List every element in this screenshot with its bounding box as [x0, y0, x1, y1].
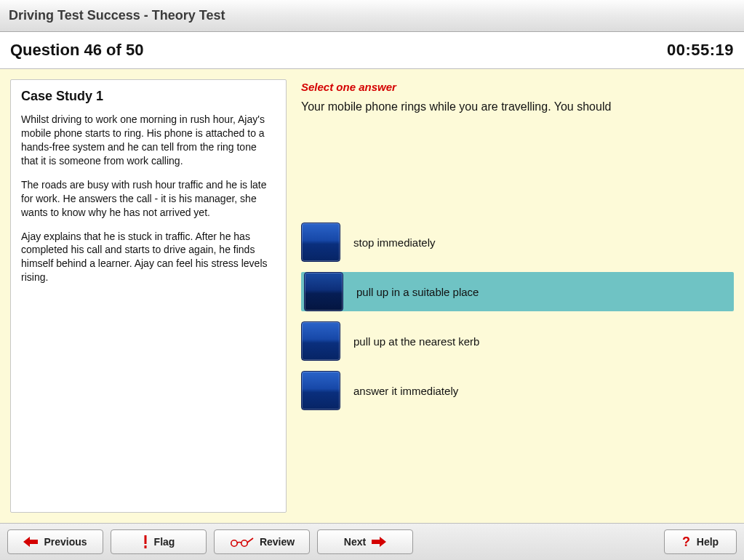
answer-checkbox[interactable] — [301, 371, 340, 410]
svg-point-4 — [241, 540, 247, 546]
flag-button[interactable]: Flag — [111, 529, 207, 554]
svg-rect-2 — [144, 545, 146, 548]
answer-option-3[interactable]: answer it immediately — [301, 371, 734, 410]
svg-marker-5 — [372, 537, 386, 547]
title-bar: Driving Test Success - Theory Test — [0, 0, 744, 32]
answer-option-1[interactable]: pull up in a suitable place — [301, 272, 734, 311]
answer-option-2[interactable]: pull up at the nearest kerb — [301, 321, 734, 361]
review-button[interactable]: Review — [214, 529, 310, 554]
case-study-heading: Case Study 1 — [21, 89, 276, 104]
answer-instruction: Select one answer — [301, 81, 734, 93]
answer-checkbox[interactable] — [304, 272, 343, 311]
arrow-left-icon — [23, 537, 38, 547]
svg-marker-0 — [23, 537, 38, 547]
button-label: Next — [344, 536, 366, 548]
button-label: Flag — [154, 536, 175, 548]
case-paragraph: The roads are busy with rush hour traffi… — [21, 178, 276, 220]
answer-text: answer it immediately — [353, 385, 458, 397]
button-label: Previous — [44, 536, 87, 548]
next-button[interactable]: Next — [317, 529, 413, 554]
app-title: Driving Test Success - Theory Test — [9, 8, 225, 23]
answer-checkbox[interactable] — [301, 223, 340, 262]
time-remaining: 00:55:19 — [667, 41, 734, 60]
answer-checkbox[interactable] — [301, 321, 340, 361]
question-header: Question 46 of 50 00:55:19 — [0, 32, 744, 70]
glasses-icon — [229, 537, 254, 547]
previous-button[interactable]: Previous — [7, 529, 103, 554]
case-paragraph: Whilst driving to work one morning in ru… — [21, 113, 276, 168]
case-study-panel: Case Study 1 Whilst driving to work one … — [10, 79, 287, 513]
question-mark-icon: ? — [682, 535, 691, 548]
question-number: Question 46 of 50 — [10, 41, 143, 60]
answer-text: pull up in a suitable place — [356, 286, 479, 298]
answers-list: stop immediately pull up in a suitable p… — [301, 223, 734, 410]
answer-text: pull up at the nearest kerb — [353, 335, 479, 348]
case-paragraph: Ajay explains that he is stuck in traffi… — [21, 230, 276, 285]
content-area: Case Study 1 Whilst driving to work one … — [0, 69, 744, 524]
button-label: Review — [260, 536, 295, 548]
exclamation-icon — [143, 535, 148, 548]
question-text: Your mobile phone rings while you are tr… — [301, 100, 734, 113]
button-label: Help — [697, 536, 719, 548]
question-answer-panel: Select one answer Your mobile phone ring… — [301, 79, 734, 513]
answer-text: stop immediately — [353, 236, 436, 249]
svg-point-3 — [231, 540, 237, 546]
app-window: Driving Test Success - Theory Test Quest… — [0, 0, 744, 560]
svg-text:?: ? — [682, 535, 690, 548]
arrow-right-icon — [372, 537, 386, 547]
answer-option-0[interactable]: stop immediately — [301, 223, 734, 262]
bottom-toolbar: Previous Flag Review Next — [0, 524, 744, 560]
svg-rect-1 — [144, 535, 146, 544]
help-button[interactable]: ? Help — [664, 529, 737, 554]
